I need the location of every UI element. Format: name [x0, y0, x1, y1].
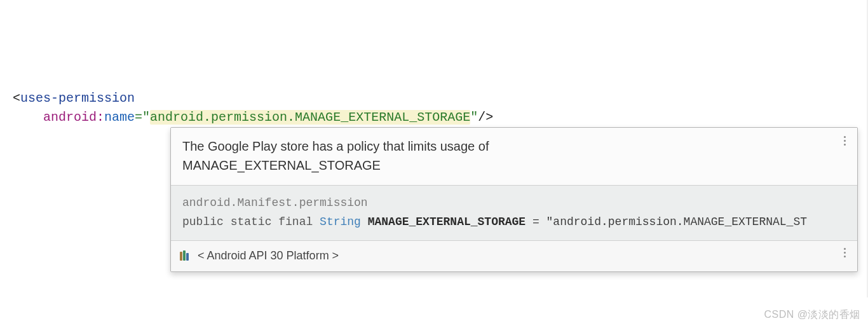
- javadoc-section: android.Manifest.permission public stati…: [171, 186, 857, 241]
- xml-tag-name: uses-permission: [20, 91, 135, 106]
- kw-final: final: [278, 215, 313, 228]
- code-line-1: <uses-permission: [13, 89, 493, 108]
- doc-eq: =: [526, 215, 546, 228]
- more-actions-icon[interactable]: [838, 134, 851, 147]
- lint-warning-line-1: The Google Play store has a policy that …: [182, 137, 832, 156]
- doc-constant-name: MANAGE_EXTERNAL_STORAGE: [368, 215, 526, 228]
- code-block: <uses-permission android:name="android.p…: [13, 89, 493, 127]
- watermark-text: CSDN @淡淡的香烟: [764, 305, 860, 324]
- more-actions-icon[interactable]: [838, 246, 851, 259]
- doc-string-literal: "android.permission.MANAGE_EXTERNAL_ST: [546, 215, 807, 228]
- tag-self-close: />: [478, 110, 493, 125]
- kw-static: static: [231, 215, 272, 228]
- kw-public: public: [182, 215, 224, 228]
- doc-type: String: [320, 215, 361, 228]
- platform-label: < Android API 30 Platform >: [198, 246, 339, 265]
- attr-quote-close: ": [470, 110, 478, 125]
- attr-quote-open: ": [142, 110, 150, 125]
- attr-name: name: [104, 110, 135, 125]
- library-icon: [180, 250, 191, 261]
- attr-value-highlighted: android.permission.MANAGE_EXTERNAL_STORA…: [150, 110, 470, 125]
- attr-colon: :: [97, 110, 104, 125]
- code-editor[interactable]: <uses-permission android:name="android.p…: [0, 0, 868, 328]
- attr-equals: =: [135, 110, 142, 125]
- angle-open: <: [13, 91, 20, 106]
- doc-fully-qualified-class: android.Manifest.permission: [182, 196, 368, 209]
- attr-namespace: android: [43, 110, 97, 125]
- lint-documentation-popup: The Google Play store has a policy that …: [170, 127, 858, 272]
- lint-warning-section: The Google Play store has a policy that …: [171, 128, 857, 186]
- lint-warning-line-2: MANAGE_EXTERNAL_STORAGE: [182, 156, 832, 175]
- platform-source-section: < Android API 30 Platform >: [171, 241, 857, 271]
- code-line-2: android:name="android.permission.MANAGE_…: [13, 108, 493, 127]
